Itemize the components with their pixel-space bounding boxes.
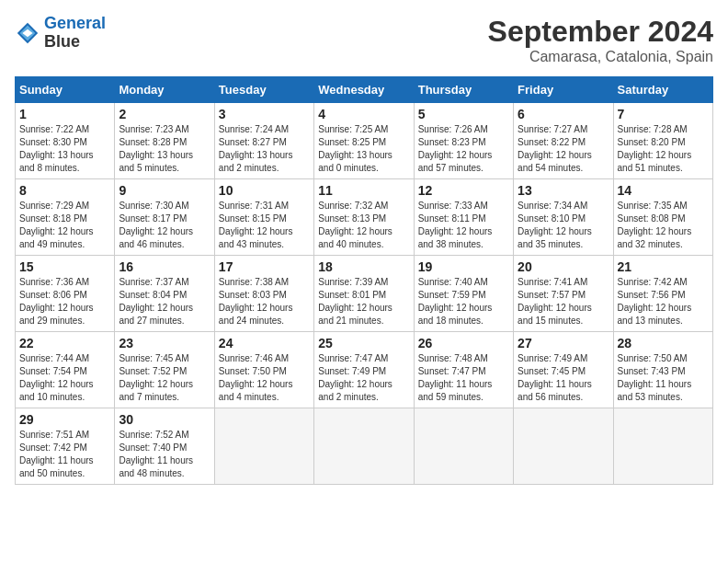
weekday-header: Friday — [514, 77, 613, 103]
calendar-day-cell: 27Sunrise: 7:49 AM Sunset: 7:45 PM Dayli… — [514, 332, 613, 408]
day-number: 21 — [618, 259, 709, 274]
weekday-header: Thursday — [414, 77, 513, 103]
calendar-day-cell: 9Sunrise: 7:30 AM Sunset: 8:17 PM Daylig… — [115, 179, 214, 256]
day-info: Sunrise: 7:23 AM Sunset: 8:28 PM Dayligh… — [119, 123, 210, 175]
calendar-day-cell: 26Sunrise: 7:48 AM Sunset: 7:47 PM Dayli… — [414, 332, 513, 408]
calendar-week-row: 1Sunrise: 7:22 AM Sunset: 8:30 PM Daylig… — [16, 103, 713, 179]
logo-line2: Blue — [44, 33, 106, 52]
day-number: 20 — [518, 259, 609, 274]
day-info: Sunrise: 7:47 AM Sunset: 7:49 PM Dayligh… — [318, 352, 409, 404]
day-info: Sunrise: 7:45 AM Sunset: 7:52 PM Dayligh… — [119, 352, 210, 404]
day-info: Sunrise: 7:34 AM Sunset: 8:10 PM Dayligh… — [518, 200, 609, 251]
calendar-day-cell: 22Sunrise: 7:44 AM Sunset: 7:54 PM Dayli… — [16, 332, 115, 408]
day-info: Sunrise: 7:46 AM Sunset: 7:50 PM Dayligh… — [219, 352, 310, 404]
weekday-header: Saturday — [613, 77, 712, 103]
title-area: September 2024 Camarasa, Catalonia, Spai… — [488, 15, 713, 65]
calendar-day-cell: 7Sunrise: 7:28 AM Sunset: 8:20 PM Daylig… — [613, 103, 712, 179]
day-info: Sunrise: 7:39 AM Sunset: 8:01 PM Dayligh… — [318, 276, 409, 327]
calendar-day-cell: 18Sunrise: 7:39 AM Sunset: 8:01 PM Dayli… — [314, 256, 414, 332]
day-info: Sunrise: 7:42 AM Sunset: 7:56 PM Dayligh… — [618, 276, 709, 327]
day-number: 25 — [318, 336, 409, 350]
day-number: 4 — [318, 107, 409, 121]
day-number: 14 — [618, 183, 709, 198]
day-info: Sunrise: 7:49 AM Sunset: 7:45 PM Dayligh… — [518, 352, 609, 404]
calendar-day-cell: 6Sunrise: 7:27 AM Sunset: 8:22 PM Daylig… — [514, 103, 613, 179]
logo-line1: General — [44, 14, 106, 32]
day-info: Sunrise: 7:52 AM Sunset: 7:40 PM Dayligh… — [119, 429, 210, 480]
day-info: Sunrise: 7:38 AM Sunset: 8:03 PM Dayligh… — [219, 276, 310, 327]
day-number: 26 — [418, 336, 509, 350]
day-number: 8 — [19, 183, 110, 198]
day-number: 13 — [518, 183, 609, 198]
calendar-day-cell — [214, 408, 313, 485]
calendar-day-cell: 4Sunrise: 7:25 AM Sunset: 8:25 PM Daylig… — [314, 103, 414, 179]
calendar-week-row: 22Sunrise: 7:44 AM Sunset: 7:54 PM Dayli… — [16, 332, 713, 408]
day-info: Sunrise: 7:33 AM Sunset: 8:11 PM Dayligh… — [418, 200, 509, 251]
calendar-day-cell: 28Sunrise: 7:50 AM Sunset: 7:43 PM Dayli… — [613, 332, 712, 408]
calendar-day-cell: 21Sunrise: 7:42 AM Sunset: 7:56 PM Dayli… — [613, 256, 712, 332]
day-number: 19 — [418, 259, 509, 274]
day-number: 28 — [618, 336, 709, 350]
day-number: 17 — [219, 259, 310, 274]
day-info: Sunrise: 7:30 AM Sunset: 8:17 PM Dayligh… — [119, 200, 210, 251]
calendar-day-cell: 19Sunrise: 7:40 AM Sunset: 7:59 PM Dayli… — [414, 256, 513, 332]
day-info: Sunrise: 7:26 AM Sunset: 8:23 PM Dayligh… — [418, 123, 509, 175]
weekday-header: Sunday — [16, 77, 115, 103]
calendar-day-cell — [613, 408, 712, 485]
day-number: 3 — [219, 107, 310, 121]
calendar-day-cell: 14Sunrise: 7:35 AM Sunset: 8:08 PM Dayli… — [613, 179, 712, 256]
day-number: 15 — [19, 259, 110, 274]
calendar-day-cell: 30Sunrise: 7:52 AM Sunset: 7:40 PM Dayli… — [115, 408, 214, 485]
day-number: 2 — [119, 107, 210, 121]
calendar-day-cell: 11Sunrise: 7:32 AM Sunset: 8:13 PM Dayli… — [314, 179, 414, 256]
day-info: Sunrise: 7:28 AM Sunset: 8:20 PM Dayligh… — [618, 123, 709, 175]
day-number: 12 — [418, 183, 509, 198]
day-info: Sunrise: 7:48 AM Sunset: 7:47 PM Dayligh… — [418, 352, 509, 404]
day-number: 9 — [119, 183, 210, 198]
header-row: SundayMondayTuesdayWednesdayThursdayFrid… — [16, 77, 713, 103]
day-number: 30 — [119, 412, 210, 427]
day-info: Sunrise: 7:51 AM Sunset: 7:42 PM Dayligh… — [19, 429, 110, 480]
day-info: Sunrise: 7:40 AM Sunset: 7:59 PM Dayligh… — [418, 276, 509, 327]
day-info: Sunrise: 7:50 AM Sunset: 7:43 PM Dayligh… — [618, 352, 709, 404]
day-number: 23 — [119, 336, 210, 350]
calendar-day-cell: 17Sunrise: 7:38 AM Sunset: 8:03 PM Dayli… — [214, 256, 313, 332]
day-number: 29 — [19, 412, 110, 427]
day-info: Sunrise: 7:31 AM Sunset: 8:15 PM Dayligh… — [219, 200, 310, 251]
calendar-day-cell: 1Sunrise: 7:22 AM Sunset: 8:30 PM Daylig… — [16, 103, 115, 179]
day-info: Sunrise: 7:37 AM Sunset: 8:04 PM Dayligh… — [119, 276, 210, 327]
day-number: 5 — [418, 107, 509, 121]
weekday-header: Monday — [115, 77, 214, 103]
calendar-day-cell — [414, 408, 513, 485]
calendar-week-row: 8Sunrise: 7:29 AM Sunset: 8:18 PM Daylig… — [16, 179, 713, 256]
calendar-header: SundayMondayTuesdayWednesdayThursdayFrid… — [16, 77, 713, 103]
calendar-day-cell — [314, 408, 414, 485]
calendar-day-cell: 12Sunrise: 7:33 AM Sunset: 8:11 PM Dayli… — [414, 179, 513, 256]
calendar-week-row: 29Sunrise: 7:51 AM Sunset: 7:42 PM Dayli… — [16, 408, 713, 485]
location-subtitle: Camarasa, Catalonia, Spain — [488, 49, 713, 65]
calendar-day-cell: 15Sunrise: 7:36 AM Sunset: 8:06 PM Dayli… — [16, 256, 115, 332]
calendar-day-cell: 24Sunrise: 7:46 AM Sunset: 7:50 PM Dayli… — [214, 332, 313, 408]
calendar-day-cell: 10Sunrise: 7:31 AM Sunset: 8:15 PM Dayli… — [214, 179, 313, 256]
calendar-day-cell: 3Sunrise: 7:24 AM Sunset: 8:27 PM Daylig… — [214, 103, 313, 179]
calendar-day-cell: 20Sunrise: 7:41 AM Sunset: 7:57 PM Dayli… — [514, 256, 613, 332]
day-number: 7 — [618, 107, 709, 121]
day-number: 11 — [318, 183, 409, 198]
calendar-day-cell: 16Sunrise: 7:37 AM Sunset: 8:04 PM Dayli… — [115, 256, 214, 332]
calendar-day-cell: 8Sunrise: 7:29 AM Sunset: 8:18 PM Daylig… — [16, 179, 115, 256]
day-info: Sunrise: 7:27 AM Sunset: 8:22 PM Dayligh… — [518, 123, 609, 175]
day-info: Sunrise: 7:29 AM Sunset: 8:18 PM Dayligh… — [19, 200, 110, 251]
calendar-day-cell: 5Sunrise: 7:26 AM Sunset: 8:23 PM Daylig… — [414, 103, 513, 179]
logo-icon — [15, 20, 40, 46]
weekday-header: Wednesday — [314, 77, 414, 103]
day-info: Sunrise: 7:44 AM Sunset: 7:54 PM Dayligh… — [19, 352, 110, 404]
page-header: General Blue September 2024 Camarasa, Ca… — [15, 15, 713, 65]
calendar-day-cell — [514, 408, 613, 485]
day-info: Sunrise: 7:41 AM Sunset: 7:57 PM Dayligh… — [518, 276, 609, 327]
day-info: Sunrise: 7:24 AM Sunset: 8:27 PM Dayligh… — [219, 123, 310, 175]
calendar-day-cell: 23Sunrise: 7:45 AM Sunset: 7:52 PM Dayli… — [115, 332, 214, 408]
logo: General Blue — [15, 15, 106, 52]
weekday-header: Tuesday — [214, 77, 313, 103]
calendar-table: SundayMondayTuesdayWednesdayThursdayFrid… — [15, 76, 713, 485]
day-number: 16 — [119, 259, 210, 274]
